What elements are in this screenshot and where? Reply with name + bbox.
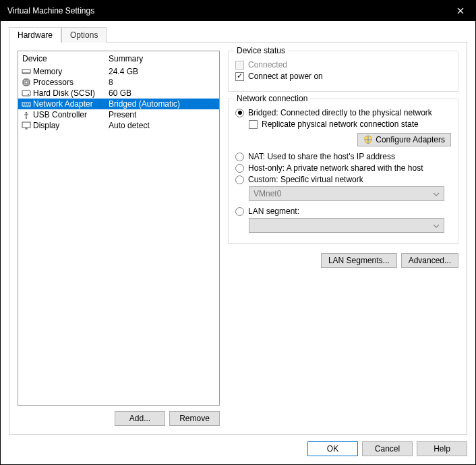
svg-point-4 [28, 94, 29, 95]
replicate-checkbox[interactable] [249, 120, 258, 129]
device-name: Memory [33, 67, 109, 76]
display-icon [21, 121, 32, 130]
cpu-icon [21, 78, 32, 87]
radio-nat[interactable] [235, 153, 244, 161]
radio-hostonly-label: Host-only: A private network shared with… [248, 163, 423, 173]
connected-checkbox [235, 61, 244, 70]
device-summary: 8 [109, 78, 216, 87]
svg-rect-0 [22, 70, 30, 73]
connect-poweron-label: Connect at power on [248, 72, 323, 81]
remove-button[interactable]: Remove [169, 411, 220, 426]
network-extra-buttons: LAN Segments... Advanced... [228, 253, 458, 268]
device-name: Network Adapter [33, 99, 109, 109]
tab-hardware[interactable]: Hardware [9, 27, 61, 43]
device-summary: 24.4 GB [109, 67, 216, 76]
chevron-down-icon [433, 189, 440, 198]
group-network-title: Network connection [234, 94, 310, 103]
svg-rect-2 [25, 81, 28, 84]
device-list-header: Device Summary [18, 51, 219, 66]
device-row[interactable]: Hard Disk (SCSI)60 GB [18, 88, 219, 99]
device-pane: Device Summary Memory24.4 GBProcessors8H… [18, 51, 220, 426]
cancel-button[interactable]: Cancel [362, 441, 413, 456]
connect-poweron-checkbox[interactable] [235, 72, 244, 81]
settings-window: Virtual Machine Settings Hardware Option… [0, 0, 476, 465]
titlebar: Virtual Machine Settings [1, 1, 475, 21]
radio-bridged-label: Bridged: Connected directly to the physi… [248, 108, 432, 117]
radio-nat-label: NAT: Used to share the host's IP address [248, 152, 395, 161]
add-button[interactable]: Add... [115, 411, 165, 426]
advanced-button[interactable]: Advanced... [401, 253, 458, 268]
tab-bar: Hardware Options [1, 21, 475, 42]
window-title: Virtual Machine Settings [7, 6, 94, 16]
radio-bridged[interactable] [235, 109, 244, 117]
device-row[interactable]: Processors8 [18, 77, 219, 88]
device-name: Processors [33, 78, 109, 87]
svg-rect-7 [22, 122, 30, 128]
ok-button[interactable]: OK [307, 441, 358, 456]
chevron-down-icon [433, 221, 440, 230]
radio-lansegment-label: LAN segment: [248, 207, 299, 216]
svg-rect-1 [24, 80, 29, 85]
configure-adapters-label: Configure Adapters [376, 135, 445, 144]
device-list: Device Summary Memory24.4 GBProcessors8H… [18, 51, 220, 406]
svg-rect-3 [22, 90, 30, 96]
settings-pane: Device status Connected Connect at power… [228, 51, 458, 426]
device-summary: Auto detect [109, 121, 216, 130]
radio-custom-label: Custom: Specific virtual network [248, 175, 363, 184]
tab-options[interactable]: Options [61, 27, 107, 43]
tab-content: Device Summary Memory24.4 GBProcessors8H… [9, 42, 467, 435]
device-row[interactable]: Memory24.4 GB [18, 66, 219, 77]
col-device-header[interactable]: Device [22, 54, 109, 63]
device-name: Hard Disk (SCSI) [33, 88, 109, 98]
shield-icon [363, 135, 373, 144]
custom-network-value: VMnet0 [254, 189, 281, 198]
radio-hostonly[interactable] [235, 164, 244, 173]
device-summary: Present [109, 110, 216, 119]
replicate-label: Replicate physical network connection st… [262, 119, 419, 129]
memory-icon [21, 67, 32, 76]
device-name: USB Controller [33, 110, 109, 119]
connected-label: Connected [248, 60, 287, 70]
device-name: Display [33, 121, 109, 130]
device-row[interactable]: USB ControllerPresent [18, 109, 219, 120]
device-row[interactable]: DisplayAuto detect [18, 120, 219, 131]
usb-icon [21, 110, 32, 119]
custom-network-select: VMnet0 [249, 186, 444, 201]
device-row[interactable]: Network AdapterBridged (Automatic) [18, 99, 219, 109]
group-network-connection: Network connection Bridged: Connected di… [228, 99, 458, 244]
disk-icon [21, 88, 32, 98]
col-summary-header[interactable]: Summary [109, 54, 215, 63]
svg-point-6 [26, 117, 27, 119]
radio-custom[interactable] [235, 175, 244, 184]
lan-segments-button[interactable]: LAN Segments... [321, 253, 397, 268]
device-summary: Bridged (Automatic) [109, 99, 216, 109]
group-device-status: Device status Connected Connect at power… [228, 51, 458, 92]
dialog-footer: OK Cancel Help [1, 435, 475, 464]
network-icon [21, 99, 32, 109]
device-buttons: Add... Remove [18, 411, 220, 426]
radio-lansegment[interactable] [235, 207, 244, 216]
configure-adapters-button[interactable]: Configure Adapters [357, 133, 451, 146]
close-icon[interactable] [445, 1, 475, 21]
lansegment-select [249, 218, 444, 233]
group-device-status-title: Device status [234, 46, 288, 55]
device-summary: 60 GB [109, 88, 216, 98]
help-button[interactable]: Help [417, 441, 467, 456]
